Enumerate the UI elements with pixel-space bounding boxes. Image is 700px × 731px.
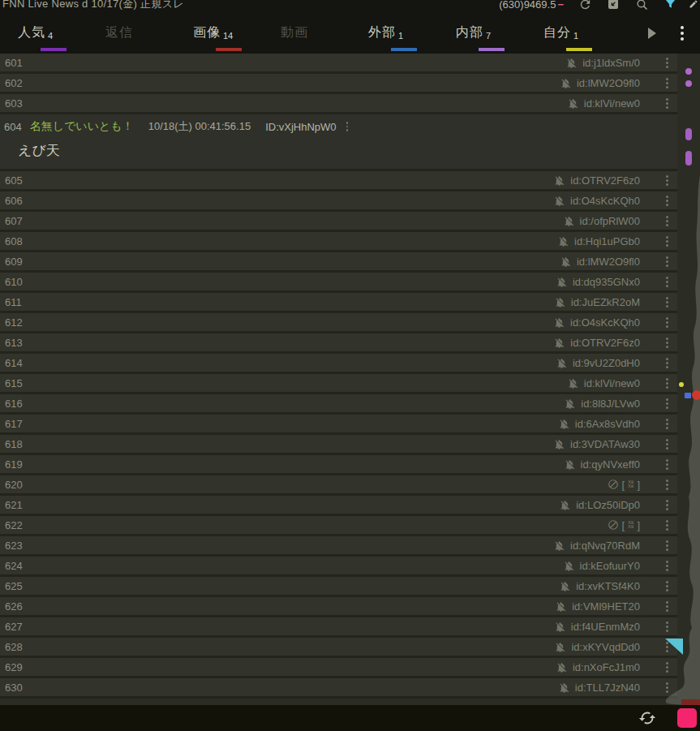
tab-7[interactable]: 自分1	[543, 19, 625, 48]
post-id: id:8l8J/LVw0	[581, 398, 640, 410]
post-number: 614	[5, 357, 23, 369]
post-row[interactable]: 607 id:/ofpRlW00	[0, 212, 677, 232]
auto-reload-icon[interactable]	[638, 709, 656, 727]
post-id: id:6Ax8sVdh0	[575, 418, 640, 430]
tab-count: 4	[48, 31, 53, 41]
thread-title: FNN Live News d 10/17(金) 正規スレ	[2, 0, 184, 11]
post-list: 601 id:j1ldxSm/0 602 id:lMW2O9fl0 603	[0, 54, 677, 699]
post-row[interactable]: 616 id:8l8J/LVw0	[0, 394, 677, 415]
tab-6[interactable]: 内部7	[456, 19, 537, 48]
bell-off-icon	[567, 377, 579, 389]
bell-off-icon	[558, 418, 570, 430]
post-row[interactable]: 628 id:xKYVqdDd0	[0, 638, 677, 658]
post-id: id:/ofpRlW00	[580, 215, 640, 227]
tab-label: 返信	[105, 24, 133, 41]
post-id: id:qyNVxeff0	[581, 458, 640, 471]
bell-off-icon	[565, 57, 578, 69]
post-number: 626	[5, 600, 23, 613]
post-list-region: 601 id:j1ldxSm/0 602 id:lMW2O9fl0 603	[0, 54, 700, 705]
post-row[interactable]: 617 id:6Ax8sVdh0	[0, 415, 677, 435]
overflow-menu-icon[interactable]	[672, 23, 692, 44]
post-row[interactable]: 601 id:j1ldxSm/0	[0, 54, 677, 74]
tab-2[interactable]: 返信	[105, 19, 187, 48]
post-row[interactable]: 621 id:LOz50iDp0	[0, 496, 677, 516]
search-icon[interactable]	[634, 0, 649, 11]
poster-name[interactable]: 名無しでいいとも！	[30, 119, 134, 134]
post-number: 617	[5, 418, 23, 430]
post-row[interactable]: 602 id:lMW2O9fl0	[0, 74, 677, 94]
post-row[interactable]: 618 id:3VDATAw30	[0, 435, 677, 455]
tab-1[interactable]: 人気4	[18, 19, 99, 48]
post-number: 602	[5, 77, 23, 89]
post-number: 610	[5, 276, 23, 288]
post-number: 620	[5, 479, 23, 491]
post-number: 616	[5, 398, 23, 410]
bell-off-icon	[564, 458, 576, 471]
post-row[interactable]: 626 id:VMl9HET20	[0, 597, 677, 617]
post-number: 618	[5, 438, 23, 450]
post-row[interactable]: 630 id:TLL7JzN40	[0, 678, 677, 699]
bell-off-icon	[553, 540, 565, 552]
tab-underline	[216, 48, 242, 51]
post-number: 619	[5, 458, 23, 471]
post-row[interactable]: 615 id:klVi/new0	[0, 374, 677, 394]
post-row[interactable]: 603 id:klVi/new0	[0, 94, 677, 114]
post-number: 604	[4, 121, 22, 133]
post-row[interactable]: 612 id:O4sKcKQh0	[0, 313, 677, 333]
compose-icon[interactable]	[689, 0, 698, 11]
post-number: 615	[5, 377, 23, 389]
post-row[interactable]: 619 id:qyNVxeff0	[0, 455, 677, 475]
post-id: id:nXoFcJ1m0	[573, 661, 640, 673]
bell-off-icon	[559, 499, 571, 511]
post-row[interactable]: 606 id:O4sKcKQh0	[0, 191, 677, 212]
post-number: 613	[5, 337, 23, 349]
post-number: 628	[5, 641, 23, 653]
post-row[interactable]: 613 id:OTRV2F6z0	[0, 333, 677, 354]
post-row[interactable]: 623 id:qNvq70RdM	[0, 536, 677, 557]
post-row[interactable]: 611 id:JuEZkR2oM	[0, 293, 677, 313]
post-row[interactable]: 610 id:dq935GNx0	[0, 273, 677, 293]
bell-off-icon	[556, 276, 568, 288]
poster-id[interactable]: ID:vXjHhNpW0	[265, 121, 336, 133]
post-row[interactable]: 609 id:lMW2O9fl0	[0, 252, 677, 273]
bell-off-icon	[554, 296, 566, 308]
row-menu-icon[interactable]	[345, 119, 350, 134]
post-row[interactable]: 608 id:Hqi1uPGb0	[0, 232, 677, 252]
post-id: id:JuEZkR2oM	[571, 296, 640, 308]
post-row[interactable]: 605 id:OTRV2F6z0	[0, 171, 677, 191]
bell-off-icon	[553, 438, 565, 450]
post-row-ng[interactable]: 620 [ X8X8 ]	[0, 475, 677, 496]
post-row-ng[interactable]: 622 [ X8X8 ]	[0, 516, 677, 536]
post-number: 609	[5, 256, 23, 268]
post-row[interactable]: 625 id:xvKTSf4K0	[0, 577, 677, 597]
thread-stats: (630)9469.5−	[499, 0, 564, 11]
blocked-icon	[608, 479, 619, 490]
bell-off-icon	[563, 560, 575, 572]
post-id: id:xvKTSf4K0	[576, 580, 640, 592]
ng-bracket-close: ]	[637, 519, 640, 531]
refresh-icon[interactable]	[578, 0, 592, 11]
ng-bracket-close: ]	[637, 479, 640, 491]
post-row[interactable]: 624 id:kEofuurY0	[0, 557, 677, 577]
post-row[interactable]: 629 id:nXoFcJ1m0	[0, 658, 677, 678]
post-id: id:VMl9HET20	[572, 600, 640, 613]
tab-4[interactable]: 動画	[281, 19, 362, 48]
scrollbar-thumb[interactable]	[655, 54, 700, 705]
post-id: id:lMW2O9fl0	[577, 77, 640, 89]
tab-scroll-arrow[interactable]	[631, 28, 672, 39]
filter-icon[interactable]	[663, 0, 677, 11]
post-number: 611	[5, 296, 22, 308]
thread-speed: 9469.5	[524, 0, 556, 11]
post-row[interactable]: 614 id:9vU2Z0dH0	[0, 354, 677, 374]
scroll-position-button[interactable]	[677, 708, 697, 728]
post-id: id:f4UEnmMz0	[571, 621, 640, 633]
tab-5[interactable]: 外部1	[368, 19, 449, 48]
post-id: id:xKYVqdDd0	[571, 641, 640, 653]
post-row[interactable]: 627 id:f4UEnmMz0	[0, 617, 677, 638]
tab-3[interactable]: 画像14	[193, 19, 274, 48]
post-number: 623	[5, 540, 23, 552]
post-number: 624	[5, 560, 23, 572]
post-expanded[interactable]: 604 名無しでいいとも！ 10/18(土) 00:41:56.15 ID:vX…	[0, 114, 677, 171]
open-in-browser-icon[interactable]	[606, 0, 621, 11]
tab-count: 14	[223, 31, 233, 41]
